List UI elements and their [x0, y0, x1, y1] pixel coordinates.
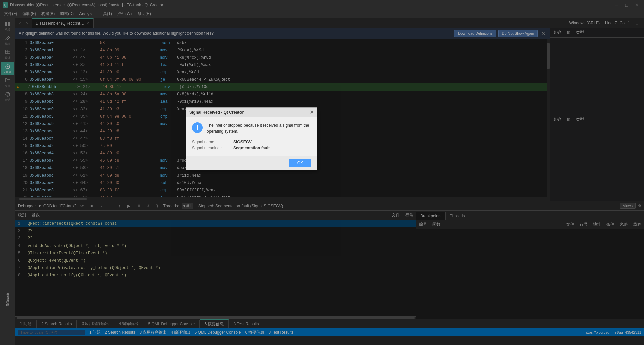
signal-meaning-label: Signal meaning : [192, 146, 232, 150]
dialog-overlay: Signal Received - Qt Creator ✕ i The inf… [0, 0, 644, 345]
dialog-title: Signal Received - Qt Creator [189, 110, 244, 115]
signal-name-label: Signal name : [192, 140, 232, 144]
dialog-close-button[interactable]: ✕ [310, 109, 314, 115]
dialog-ok-button[interactable]: OK [289, 159, 311, 167]
signal-meaning-value: Segmentation fault [233, 146, 270, 150]
dialog-info-icon: i [192, 122, 203, 133]
dialog-buttons: OK [186, 156, 317, 170]
dialog-message: The inferior stopped because it received… [207, 122, 311, 134]
dialog-signal-info: Signal name : SIGSEGV Signal meaning : S… [186, 140, 317, 156]
signal-dialog: Signal Received - Qt Creator ✕ i The inf… [186, 107, 317, 170]
dialog-titlebar: Signal Received - Qt Creator ✕ [186, 108, 317, 117]
dialog-body: i The inferior stopped because it receiv… [186, 117, 317, 140]
signal-name-value: SIGSEGV [233, 140, 252, 144]
